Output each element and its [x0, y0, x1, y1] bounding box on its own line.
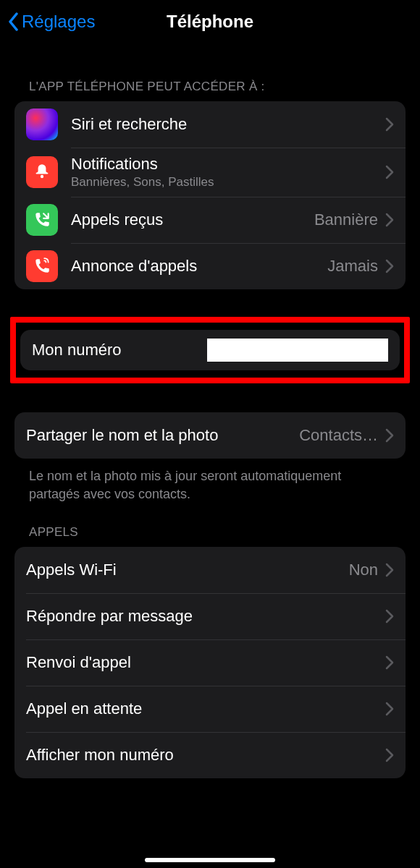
row-title: Appels Wi-Fi — [26, 561, 117, 579]
row-value: Non — [349, 561, 378, 579]
row-call-waiting[interactable]: Appel en attente — [14, 686, 406, 732]
row-title: Mon numéro — [32, 341, 122, 359]
row-title: Appel en attente — [26, 699, 142, 718]
chevron-right-icon — [385, 213, 394, 227]
chevron-right-icon — [385, 428, 394, 443]
row-value: Bannière — [314, 210, 378, 229]
row-show-my-number[interactable]: Afficher mon numéro — [14, 732, 406, 778]
chevron-right-icon — [385, 259, 394, 273]
group-access: Siri et recherche Notifications Bannière… — [14, 101, 406, 289]
row-wifi-calling[interactable]: Appels Wi-Fi Non — [14, 547, 406, 593]
home-indicator[interactable] — [145, 858, 275, 862]
row-my-number[interactable]: Mon numéro — [20, 330, 400, 370]
row-title: Appels reçus — [71, 210, 314, 229]
chevron-right-icon — [385, 702, 394, 716]
back-label: Réglages — [22, 12, 95, 32]
chevron-left-icon — [7, 11, 20, 33]
section-header-access: L'APP TÉLÉPHONE PEUT ACCÉDER À : — [0, 43, 420, 101]
row-call-forwarding[interactable]: Renvoi d'appel — [14, 639, 406, 686]
chevron-right-icon — [385, 748, 394, 762]
row-notifications[interactable]: Notifications Bannières, Sons, Pastilles — [14, 148, 406, 197]
nav-header: Réglages Téléphone — [0, 0, 420, 43]
group-share: Partager le nom et la photo Contacts… — [14, 412, 406, 459]
bell-icon — [26, 156, 58, 188]
highlight-frame: Mon numéro — [10, 317, 410, 383]
row-share-name-photo[interactable]: Partager le nom et la photo Contacts… — [14, 412, 406, 459]
siri-icon — [26, 109, 58, 140]
phone-number-redacted — [207, 339, 388, 362]
row-value: Contacts… — [299, 426, 378, 445]
chevron-right-icon — [385, 609, 394, 624]
row-announce-calls[interactable]: Annonce d'appels Jamais — [14, 243, 406, 289]
row-respond-by-message[interactable]: Répondre par message — [14, 593, 406, 639]
row-subtitle: Bannières, Sons, Pastilles — [71, 175, 385, 190]
row-title: Répondre par message — [26, 607, 193, 626]
chevron-right-icon — [385, 117, 394, 132]
row-title: Annonce d'appels — [71, 257, 327, 276]
row-title: Siri et recherche — [71, 115, 385, 134]
row-incoming-calls[interactable]: Appels reçus Bannière — [14, 197, 406, 243]
chevron-right-icon — [385, 563, 394, 577]
svg-point-0 — [41, 175, 43, 178]
share-footer-note: Le nom et la photo mis à jour seront aut… — [0, 459, 420, 503]
chevron-right-icon — [385, 165, 394, 179]
phone-announce-icon — [26, 250, 58, 282]
row-title: Afficher mon numéro — [26, 746, 174, 765]
group-calls: Appels Wi-Fi Non Répondre par message Re… — [14, 547, 406, 778]
section-header-calls: APPELS — [0, 503, 420, 547]
group-my-number: Mon numéro — [20, 330, 400, 370]
row-title: Partager le nom et la photo — [26, 426, 218, 445]
chevron-right-icon — [385, 655, 394, 670]
phone-incoming-icon — [26, 204, 58, 236]
row-title: Notifications — [71, 155, 385, 174]
row-title: Renvoi d'appel — [26, 653, 131, 672]
row-value: Jamais — [327, 257, 378, 276]
row-siri-search[interactable]: Siri et recherche — [14, 101, 406, 148]
back-button[interactable]: Réglages — [7, 11, 95, 33]
